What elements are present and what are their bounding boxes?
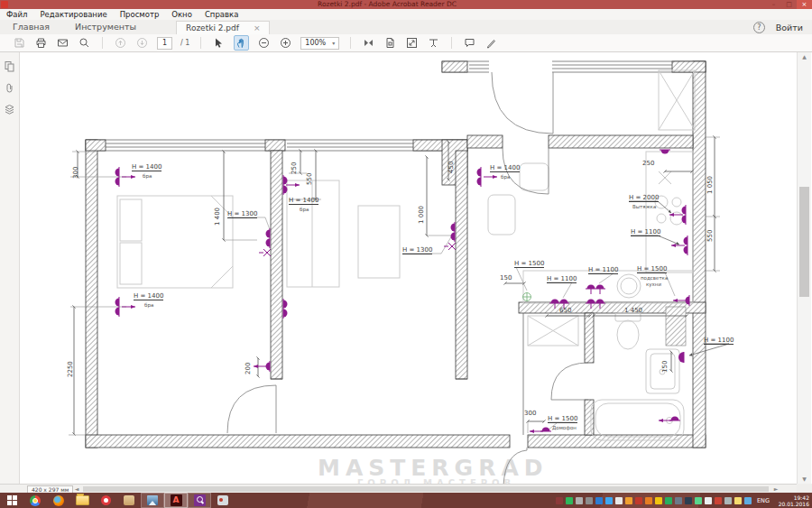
zoom-out-icon[interactable] (257, 36, 271, 50)
plan-label: бра (300, 206, 309, 213)
search-icon[interactable] (78, 36, 91, 50)
fit-page-icon[interactable] (362, 36, 375, 50)
tray-icon[interactable] (635, 497, 642, 504)
tray-icon[interactable] (655, 497, 662, 504)
vertical-scroll-thumb[interactable] (799, 187, 809, 297)
email-icon[interactable] (56, 36, 69, 50)
plan-label: H = 1500 (637, 265, 667, 273)
vertical-scrollbar[interactable]: ▲ ▼ (797, 52, 811, 484)
tab-home[interactable]: Главная (0, 20, 62, 34)
tray-icon[interactable] (744, 497, 752, 504)
tray-icon[interactable] (625, 497, 632, 504)
actual-size-icon[interactable] (383, 36, 397, 50)
tray-icon[interactable] (734, 497, 742, 504)
restore-button[interactable]: □ (781, 0, 797, 9)
tray-icon[interactable] (556, 497, 563, 504)
tray-icon[interactable] (595, 497, 603, 504)
tray-icon[interactable] (675, 497, 682, 504)
help-icon[interactable]: ? (753, 22, 765, 33)
tray-time: 19:42 (775, 494, 809, 501)
save-icon[interactable] (13, 36, 26, 50)
plan-label: H = 1100 (547, 275, 577, 283)
clock[interactable]: 19:42 20.01.2016 (775, 494, 809, 507)
tray-icon[interactable] (695, 497, 702, 504)
menu-window[interactable]: Окно (165, 9, 198, 20)
layers-icon[interactable] (4, 104, 15, 115)
horizontal-scroll-thumb[interactable] (83, 486, 769, 492)
tab-bar: Главная Инструменты Rozetki 2.pdf × ? Во… (0, 20, 812, 34)
fit-width-icon[interactable] (405, 36, 419, 50)
reading-mode-icon[interactable] (427, 36, 440, 50)
tray-icon[interactable] (586, 497, 593, 504)
chrome-taskbar-icon[interactable] (23, 493, 47, 508)
walls (86, 60, 706, 448)
plan-label: H = 1400 (134, 292, 163, 300)
tray-icon[interactable] (615, 497, 623, 504)
taskbar: A ENG 19:42 20.01.2016 (0, 493, 812, 508)
attachments-icon[interactable] (4, 82, 15, 94)
plan-label: 300 (524, 410, 536, 417)
tan-taskbar-icon[interactable] (117, 493, 141, 508)
plan-label: 250 (291, 162, 298, 174)
plan-label: бра (144, 301, 153, 309)
zoom-in-icon[interactable] (279, 36, 292, 50)
left-sidebar (0, 52, 20, 484)
menu-edit[interactable]: Редактирование (33, 9, 113, 20)
watermark-line1: MASTERGRAD (318, 455, 548, 481)
tray-icon[interactable] (576, 497, 583, 504)
opera-taskbar-icon[interactable] (94, 493, 117, 508)
plan-label: H = 1100 (631, 228, 660, 236)
plan-label: Вытяжка (632, 203, 656, 210)
tray-icon[interactable] (566, 497, 573, 504)
tab-document[interactable]: Rozetki 2.pdf × (176, 21, 270, 35)
tray-icon[interactable] (715, 497, 722, 504)
acrobat-taskbar-icon[interactable]: A (164, 493, 188, 508)
close-document-icon[interactable]: × (254, 23, 261, 32)
menu-help[interactable]: Справка (198, 9, 245, 20)
plan-label: подсветка (641, 274, 668, 282)
tray-date: 20.01.2016 (775, 501, 809, 507)
scroll-down-icon[interactable]: ▼ (798, 475, 811, 484)
close-button[interactable]: × (797, 0, 812, 9)
plan-annotations: 300H = 1400бра1 400H = 1300H = 1400бра22… (0, 0, 812, 508)
menu-file[interactable]: Файл (0, 9, 33, 20)
plan-label: бра (501, 173, 510, 180)
paint-taskbar-icon[interactable] (211, 493, 235, 508)
previous-page-icon[interactable] (114, 36, 127, 50)
plan-label: 650 (559, 307, 571, 314)
title-bar: Rozetki 2.pdf - Adobe Acrobat Reader DC … (0, 0, 812, 9)
tab-tools[interactable]: Инструменты (62, 20, 149, 34)
page-thumbnails-icon[interactable] (4, 60, 15, 72)
comment-icon[interactable] (463, 36, 476, 50)
plan-label: 200 (245, 363, 252, 374)
start-taskbar-icon[interactable] (0, 493, 23, 508)
plan-label: 550 (706, 230, 714, 242)
plan-label: H = 2000 (629, 194, 659, 202)
select-tool-icon[interactable] (212, 36, 226, 50)
tray-icon[interactable] (645, 497, 652, 504)
searchp-taskbar-icon[interactable] (188, 493, 211, 508)
tray-icon[interactable] (685, 497, 692, 504)
hand-tool-icon[interactable] (234, 35, 249, 51)
explorer-taskbar-icon[interactable] (70, 493, 94, 508)
tray-icon[interactable] (705, 497, 712, 504)
print-icon[interactable] (34, 36, 48, 50)
page-total-label: / 1 (180, 39, 189, 47)
plan-label: H = 1500 (548, 415, 577, 423)
photos-taskbar-icon[interactable] (141, 493, 164, 508)
next-page-icon[interactable] (135, 36, 149, 50)
scroll-up-icon[interactable]: ▲ (798, 52, 811, 61)
fill-sign-pen-icon[interactable] (484, 36, 498, 50)
page-number-input[interactable]: 1 (157, 37, 172, 50)
sign-in-button[interactable]: Войти (776, 23, 803, 32)
toolbar: 1 / 1 100% ▾ (0, 34, 812, 52)
tray-icon[interactable] (724, 497, 732, 504)
minimize-button[interactable]: – (766, 0, 781, 9)
language-indicator[interactable]: ENG (757, 497, 770, 504)
menu-view[interactable]: Просмотр (114, 9, 166, 20)
tray-icon[interactable] (665, 497, 672, 504)
zoom-level-select[interactable]: 100% ▾ (300, 37, 339, 50)
firefox-taskbar-icon[interactable] (47, 493, 70, 508)
leader-lines (69, 137, 729, 435)
tray-icon[interactable] (605, 497, 613, 504)
